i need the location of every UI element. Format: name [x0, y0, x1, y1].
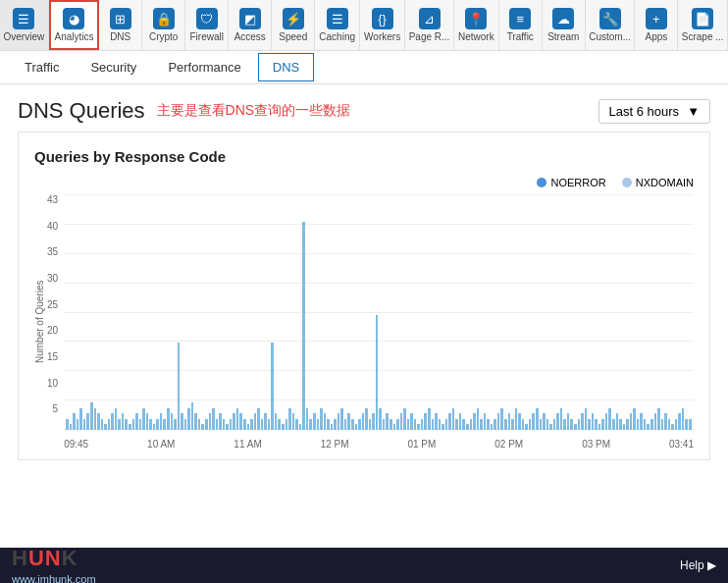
bar — [223, 419, 226, 430]
bar — [403, 408, 406, 430]
bar — [351, 419, 354, 430]
bar — [484, 413, 487, 430]
network-icon: 📍 — [465, 8, 487, 29]
nav-item-analytics[interactable]: ◕ Analytics — [49, 0, 99, 50]
nav-item-access[interactable]: ◩ Access — [229, 0, 272, 50]
tab-traffic[interactable]: Traffic — [10, 53, 74, 81]
nav-item-overview[interactable]: ☰ Overview — [0, 0, 49, 50]
tab-security[interactable]: Security — [76, 53, 151, 81]
nav-item-network[interactable]: 📍 Network — [454, 0, 499, 50]
bar — [233, 413, 235, 430]
bar — [261, 419, 264, 430]
nav-label-network: Network — [458, 31, 494, 42]
bar — [324, 413, 327, 430]
bar — [563, 419, 566, 430]
nav-label-caching: Caching — [319, 31, 355, 42]
bar — [664, 413, 667, 430]
bar — [73, 413, 76, 430]
nav-item-pagerules[interactable]: ⊿ Page R... — [405, 0, 454, 50]
bar — [205, 419, 208, 430]
crypto-icon: 🔒 — [153, 8, 175, 29]
nav-label-crypto: Crypto — [149, 31, 178, 42]
nav-label-traffic: Traffic — [507, 31, 534, 42]
nav-item-crypto[interactable]: 🔒 Crypto — [142, 0, 185, 50]
tab-performance[interactable]: Performance — [153, 53, 255, 81]
bar — [515, 408, 518, 430]
bar — [230, 419, 233, 430]
tab-dns[interactable]: DNS — [258, 53, 314, 81]
bar — [286, 419, 288, 430]
chart-inner: 09:4510 AM11 AM12 PM01 PM02 PM03 PM03:41 — [64, 194, 694, 450]
bar — [97, 413, 100, 430]
y-tick: 30 — [47, 273, 58, 284]
nav-item-traffic[interactable]: ≡ Traffic — [499, 0, 543, 50]
bar — [459, 413, 462, 430]
help-link[interactable]: Help ▶ — [680, 558, 716, 572]
nav-label-access: Access — [234, 31, 266, 42]
bar — [108, 419, 111, 430]
bar — [480, 419, 483, 430]
footer: HUNK www.imhunk.com Help ▶ — [0, 548, 728, 583]
bar — [268, 419, 271, 430]
bar — [424, 413, 427, 430]
bar — [271, 343, 274, 430]
bar — [605, 413, 608, 430]
bar — [407, 419, 410, 430]
nav-item-scrape[interactable]: 📄 Scrape ... — [678, 0, 728, 50]
bar — [494, 419, 496, 430]
time-selector[interactable]: Last 6 hours ▼ — [598, 99, 710, 124]
bar — [156, 419, 159, 430]
nav-item-dns[interactable]: ⊞ DNS — [99, 0, 142, 50]
overview-icon: ☰ — [13, 8, 34, 29]
nav-label-custom: Custom... — [589, 31, 631, 42]
bar — [90, 402, 93, 430]
noerror-dot — [537, 178, 546, 187]
dns-icon: ⊞ — [110, 8, 131, 29]
bar — [187, 408, 190, 430]
bar — [585, 408, 588, 430]
bar — [194, 413, 197, 430]
bar — [654, 413, 657, 430]
y-axis-ticks: 43403530252015105 — [47, 194, 64, 450]
bar — [77, 419, 79, 430]
x-axis: 09:4510 AM11 AM12 PM01 PM02 PM03 PM03:41 — [64, 430, 694, 450]
chart-with-axes: Number of Queries 43403530252015105 09:4… — [34, 194, 694, 450]
bar — [445, 419, 448, 430]
y-tick: 10 — [47, 378, 58, 389]
bar — [532, 413, 535, 430]
scrape-icon: 📄 — [692, 8, 713, 29]
nav-label-speed: Speed — [279, 31, 307, 42]
x-label: 02 PM — [494, 439, 523, 450]
bar — [650, 419, 653, 430]
chart-title: Queries by Response Code — [34, 148, 694, 165]
chart-container: Queries by Response Code NOERROR NXDOMAI… — [18, 132, 710, 460]
bar — [334, 419, 337, 430]
bar — [682, 408, 685, 430]
bar — [118, 419, 121, 430]
nav-item-stream[interactable]: ☁ Stream — [543, 0, 586, 50]
bar — [264, 413, 267, 430]
bar — [470, 419, 473, 430]
bar — [619, 419, 622, 430]
bar — [455, 419, 458, 430]
bar — [278, 419, 281, 430]
bar — [685, 419, 688, 430]
bar — [637, 419, 640, 430]
footer-url: www.imhunk.com — [12, 573, 96, 584]
nav-item-firewall[interactable]: 🛡 Firewall — [185, 0, 229, 50]
nav-item-custom[interactable]: 🔧 Custom... — [586, 0, 636, 50]
nav-label-pagerules: Page R... — [409, 31, 450, 42]
nav-label-workers: Workers — [364, 31, 400, 42]
bar — [383, 419, 386, 430]
stream-icon: ☁ — [552, 8, 574, 29]
y-tick: 25 — [47, 299, 58, 310]
nav-item-caching[interactable]: ☰ Caching — [315, 0, 360, 50]
bar — [171, 413, 174, 430]
page-header: DNS Queries 主要是查看DNS查询的一些数据 Last 6 hours… — [0, 84, 728, 132]
nav-item-workers[interactable]: {} Workers — [360, 0, 405, 50]
footer-logo: HUNK — [12, 550, 78, 569]
nav-item-apps[interactable]: + Apps — [635, 0, 678, 50]
custom-icon: 🔧 — [599, 8, 621, 29]
nav-item-speed[interactable]: ⚡ Speed — [272, 0, 315, 50]
top-navigation: ☰ Overview ◕ Analytics ⊞ DNS 🔒 Crypto 🛡 … — [0, 0, 728, 51]
